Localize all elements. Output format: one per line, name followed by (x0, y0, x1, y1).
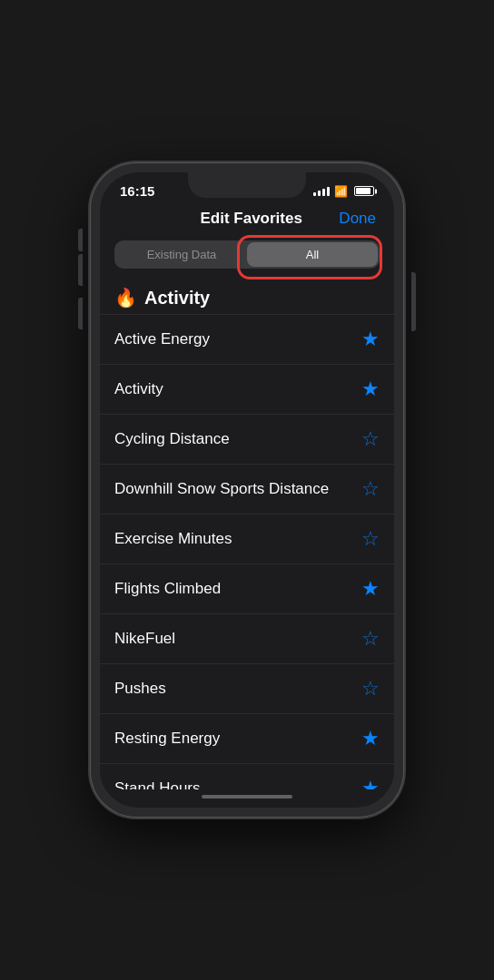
signal-bar-4 (327, 187, 330, 196)
list-item[interactable]: Active Energy★ (100, 314, 394, 365)
silent-switch (78, 229, 83, 251)
item-label: Exercise Minutes (114, 530, 232, 548)
flame-icon: 🔥 (114, 287, 137, 309)
tab-all[interactable]: All (247, 242, 378, 267)
list-item[interactable]: Flights Climbed★ (100, 564, 394, 614)
item-label: Activity (114, 380, 163, 398)
section-header: 🔥 Activity (100, 279, 394, 314)
battery-icon (354, 186, 374, 196)
star-filled-icon[interactable]: ★ (361, 777, 380, 789)
status-icons: 📶 (313, 185, 374, 198)
star-filled-icon[interactable]: ★ (361, 577, 380, 601)
activity-list: Active Energy★Activity★Cycling Distance☆… (100, 314, 394, 789)
star-filled-icon[interactable]: ★ (361, 328, 380, 351)
volume-up-button (78, 254, 83, 286)
item-label: Downhill Snow Sports Distance (114, 480, 329, 498)
item-label: Active Energy (114, 330, 210, 348)
star-outline-icon[interactable]: ☆ (361, 427, 380, 451)
item-label: Stand Hours (114, 779, 201, 789)
home-bar (202, 795, 292, 799)
star-outline-icon[interactable]: ☆ (361, 527, 380, 551)
done-button[interactable]: Done (339, 210, 376, 228)
tab-existing-data[interactable]: Existing Data (116, 242, 247, 267)
list-item[interactable]: Resting Energy★ (100, 714, 394, 764)
item-label: NikeFuel (114, 630, 175, 648)
list-item[interactable]: Pushes☆ (100, 664, 394, 714)
list-item[interactable]: Cycling Distance☆ (100, 415, 394, 465)
power-button (411, 272, 416, 331)
nav-bar: Edit Favorites Done (100, 202, 394, 237)
item-label: Flights Climbed (114, 580, 221, 598)
signal-bars (313, 187, 330, 196)
star-outline-icon[interactable]: ☆ (361, 627, 380, 651)
section-title: Activity (144, 288, 210, 309)
star-outline-icon[interactable]: ☆ (361, 677, 380, 701)
signal-bar-2 (318, 191, 321, 196)
signal-bar-3 (322, 189, 325, 196)
signal-bar-1 (313, 192, 316, 196)
list-item[interactable]: NikeFuel☆ (100, 614, 394, 664)
item-label: Resting Energy (114, 730, 220, 748)
battery-fill (356, 188, 370, 194)
item-label: Pushes (114, 680, 166, 698)
star-filled-icon[interactable]: ★ (361, 377, 380, 401)
phone-screen: 16:15 📶 Edit Favorites Done E (100, 172, 394, 808)
list-item[interactable]: Activity★ (100, 365, 394, 415)
item-label: Cycling Distance (114, 430, 230, 448)
star-outline-icon[interactable]: ☆ (361, 477, 380, 501)
wifi-icon: 📶 (334, 185, 348, 198)
home-indicator (100, 789, 394, 808)
status-time: 16:15 (120, 183, 154, 199)
segmented-control[interactable]: Existing Data All (114, 240, 380, 269)
list-item[interactable]: Stand Hours★ (100, 764, 394, 789)
list-item[interactable]: Exercise Minutes☆ (100, 514, 394, 564)
notch (188, 172, 306, 198)
star-filled-icon[interactable]: ★ (361, 727, 380, 750)
volume-down-button (78, 298, 83, 329)
list-item[interactable]: Downhill Snow Sports Distance☆ (100, 465, 394, 514)
page-title: Edit Favorites (163, 210, 339, 228)
phone-frame: 16:15 📶 Edit Favorites Done E (91, 163, 403, 817)
